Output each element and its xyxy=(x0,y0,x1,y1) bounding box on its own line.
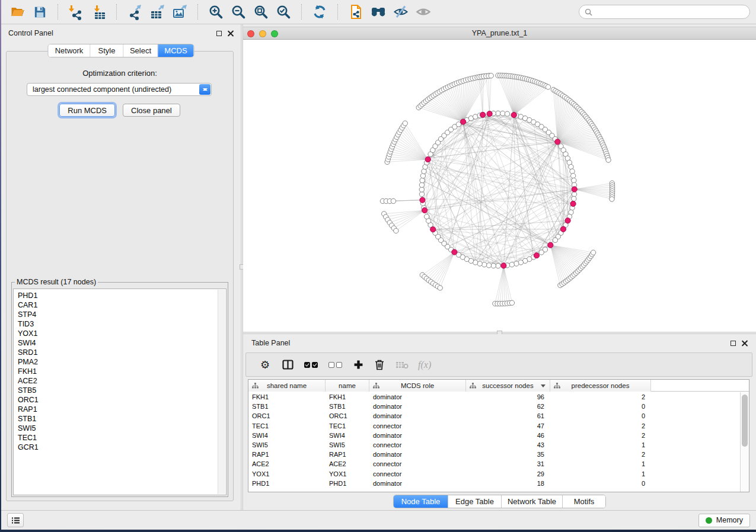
zoom-in-button[interactable] xyxy=(206,3,226,21)
tab-network[interactable]: Network xyxy=(49,44,91,57)
table-panel: Table Panel ⚙ xyxy=(243,334,756,510)
deselect-all-button[interactable] xyxy=(325,356,346,374)
column-header-shared-name[interactable]: shared name xyxy=(248,380,326,392)
control-panel-tabs: NetworkStyleSelectMCDS xyxy=(48,44,194,57)
mcds-result-item[interactable]: PMA2 xyxy=(18,357,226,367)
column-header-name[interactable]: name xyxy=(326,380,369,392)
mcds-result-item[interactable]: STP4 xyxy=(18,310,226,319)
window-zoom-light[interactable] xyxy=(271,30,278,37)
mcds-result-item[interactable]: STB1 xyxy=(18,414,226,424)
memory-button[interactable]: Memory xyxy=(698,514,750,527)
mcds-result-group: MCDS result (17 nodes) PHD1CAR1STP4TID3Y… xyxy=(11,278,228,497)
table-cell: 46 xyxy=(466,431,550,440)
mcds-result-list: PHD1CAR1STP4TID3YOX1SWI4SRD1PMA2FKH1ACE2… xyxy=(13,289,227,495)
mcds-result-item[interactable]: CAR1 xyxy=(18,300,226,310)
close-panel-icon[interactable] xyxy=(227,30,234,37)
import-network-button[interactable] xyxy=(66,3,86,21)
column-header-successor-nodes[interactable]: successor nodes xyxy=(466,380,550,392)
close-panel-icon[interactable] xyxy=(741,340,748,347)
table-row[interactable]: PHD1PHD1dominator180 xyxy=(248,479,740,488)
checked-box-icon xyxy=(312,362,318,368)
criterion-select[interactable]: largest connected component (undirected) xyxy=(27,83,212,96)
float-window-icon[interactable] xyxy=(216,31,222,36)
mcds-result-item[interactable]: PHD1 xyxy=(18,291,226,300)
table-cell: dominator xyxy=(369,450,466,459)
hide-selected-button[interactable] xyxy=(391,3,411,21)
table-cell: 61 xyxy=(466,411,550,421)
table-panel-title: Table Panel xyxy=(251,339,290,347)
network-column-icon xyxy=(373,383,379,389)
tab-edge-table[interactable]: Edge Table xyxy=(448,495,502,508)
delete-column-button[interactable] xyxy=(371,356,388,374)
zoom-out-button[interactable] xyxy=(228,3,248,21)
search-network-button[interactable] xyxy=(368,3,388,21)
mcds-result-item[interactable]: TEC1 xyxy=(18,433,226,443)
zoom-fit-button[interactable] xyxy=(251,3,271,21)
table-options-button[interactable]: ⚙ xyxy=(256,356,274,374)
mcds-result-item[interactable]: ACE2 xyxy=(18,376,226,386)
table-row[interactable]: STB1STB1dominator620 xyxy=(248,402,740,411)
mcds-result-item[interactable]: SRD1 xyxy=(18,348,226,357)
mcds-result-item[interactable]: FKH1 xyxy=(18,367,226,376)
select-all-button[interactable] xyxy=(301,356,321,374)
export-image-button[interactable] xyxy=(170,3,190,21)
table-row[interactable]: SWI4SWI4dominator462 xyxy=(248,431,740,440)
show-task-history-button[interactable] xyxy=(7,513,24,527)
export-table-button[interactable] xyxy=(147,3,167,21)
mcds-result-item[interactable]: YOX1 xyxy=(18,329,226,338)
window-minimize-light[interactable] xyxy=(259,30,266,37)
window-close-light[interactable] xyxy=(247,30,254,37)
mcds-result-item[interactable]: SWI4 xyxy=(18,338,226,348)
mcds-result-item[interactable]: ORC1 xyxy=(18,395,226,405)
table-row[interactable]: ACE2ACE2connector311 xyxy=(248,459,740,469)
share-network-button[interactable] xyxy=(346,3,366,21)
import-table-button[interactable] xyxy=(88,3,109,21)
save-floppy-icon xyxy=(33,5,47,20)
toolbar-separator xyxy=(116,4,117,20)
mcds-result-item[interactable]: GCR1 xyxy=(18,443,226,452)
toggle-columns-button[interactable] xyxy=(279,356,297,374)
export-network-button[interactable] xyxy=(125,3,145,21)
tab-select[interactable]: Select xyxy=(124,44,158,57)
column-header-predecessor-nodes[interactable]: predecessor nodes xyxy=(550,380,651,392)
save-session-button[interactable] xyxy=(30,3,50,21)
network-canvas[interactable] xyxy=(243,40,756,332)
scrollbar-thumb[interactable] xyxy=(742,395,748,447)
zoom-selected-button[interactable] xyxy=(273,3,294,21)
tab-style[interactable]: Style xyxy=(91,44,124,57)
control-panel-title: Control Panel xyxy=(8,29,53,37)
toolbar-separator xyxy=(197,4,198,20)
apply-layout-button[interactable] xyxy=(310,3,330,21)
table-row[interactable]: RAP1RAP1dominator352 xyxy=(248,450,740,459)
tab-network-table[interactable]: Network Table xyxy=(502,495,563,508)
table-scrollbar[interactable] xyxy=(740,392,749,492)
table-cell: 1 xyxy=(550,469,651,479)
tab-mcds[interactable]: MCDS xyxy=(158,44,194,57)
result-list-scrollbar[interactable] xyxy=(218,290,225,494)
mcds-result-item[interactable]: RAP1 xyxy=(18,405,226,414)
tab-node-table[interactable]: Node Table xyxy=(394,495,448,508)
table-row[interactable]: TEC1TEC1connector472 xyxy=(248,421,740,431)
table-cell: dominator xyxy=(369,392,466,402)
column-label: predecessor nodes xyxy=(572,382,630,389)
column-header-mcds-role[interactable]: MCDS role xyxy=(369,380,466,392)
show-all-button[interactable] xyxy=(413,3,433,21)
column-label: shared name xyxy=(267,382,307,389)
table-row[interactable]: YOX1YOX1connector291 xyxy=(248,469,740,479)
mcds-result-item[interactable]: STB5 xyxy=(18,386,226,395)
close-panel-button[interactable]: Close panel xyxy=(123,104,180,117)
table-row[interactable]: FKH1FKH1dominator962 xyxy=(248,392,740,402)
search-input[interactable] xyxy=(596,8,744,16)
add-column-button[interactable] xyxy=(349,356,367,374)
open-file-button[interactable] xyxy=(7,3,27,21)
run-mcds-button[interactable]: Run MCDS xyxy=(59,104,115,117)
table-row[interactable]: SWI5SWI5connector431 xyxy=(248,440,740,450)
mcds-result-item[interactable]: TID3 xyxy=(18,319,226,329)
table-cell: STB1 xyxy=(326,402,369,411)
table-row[interactable]: ORC1ORC1dominator610 xyxy=(248,411,740,421)
table-cell: 2 xyxy=(550,431,651,440)
float-window-icon[interactable] xyxy=(731,341,736,346)
mcds-result-item[interactable]: SWI5 xyxy=(18,424,226,433)
app-window: Control Panel NetworkStyleSelectMCDS Opt… xyxy=(1,0,756,530)
tab-motifs[interactable]: Motifs xyxy=(563,495,605,508)
